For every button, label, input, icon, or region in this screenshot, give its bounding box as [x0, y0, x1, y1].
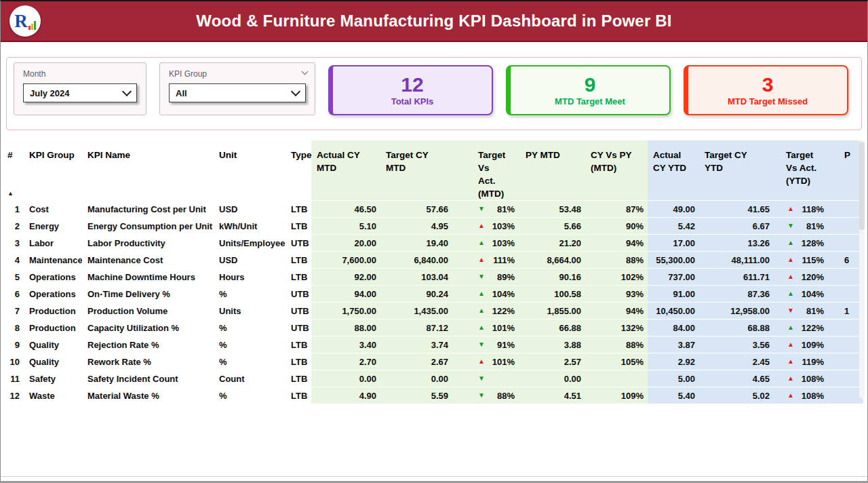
cell-actual_mtd: 46.50 [311, 201, 380, 218]
cell-ytd-pct: 128% [798, 238, 824, 248]
cell-n: 4 [6, 252, 24, 269]
table-header-row: #▲KPI GroupKPI NameUnitTypeActual CY MTD… [6, 140, 863, 201]
cell-name: Maintenance Cost [82, 252, 214, 269]
cell-cy_vs_py: 132% [585, 320, 648, 336]
cell-mtd-pct: 103% [489, 238, 515, 248]
trend-up-icon: ▲ [787, 206, 798, 212]
cell-target_ytd: 12,958.00 [699, 303, 774, 320]
column-header-label: Actual CY YTD [653, 150, 686, 173]
column-header-cy_vs_py[interactable]: CY Vs PY (MTD) [585, 140, 648, 201]
cell-target_ytd: 87.36 [699, 286, 774, 303]
trend-down-icon: ▼ [478, 341, 489, 348]
table-row: 10QualityRework Rate %%LTB2.702.67▲101%2… [6, 353, 863, 370]
cell-mtd-indicator: ▲103% [452, 235, 520, 252]
cell-mtd-pct: 104% [489, 289, 515, 299]
cell-group: Production [24, 303, 82, 320]
cell-ytd-pct: 120% [798, 272, 824, 282]
cell-name: On-Time Delivery % [82, 286, 214, 303]
cell-target_ytd: 48,111.00 [699, 252, 774, 269]
cell-cy_vs_py: 105% [585, 353, 648, 370]
table-row: 4MaintenanceMaintenance CostUSDLTB7,600.… [6, 252, 863, 269]
cell-type: LTB [285, 269, 311, 286]
month-slicer: Month July 2024 [14, 62, 146, 115]
cell-actual_ytd: 5.00 [648, 370, 699, 387]
cell-ytd-pct: 81% [798, 221, 824, 231]
cell-py_mtd: 100.58 [520, 286, 585, 303]
column-header-ytd[interactable]: Target Vs Act. (YTD) [774, 140, 839, 201]
cell-unit: % [214, 286, 285, 303]
cell-mtd-pct: 91% [489, 340, 515, 350]
column-header-label: CY Vs PY (MTD) [591, 150, 632, 173]
cell-target_ytd: 6.67 [699, 218, 774, 235]
cell-mtd-indicator: ▼ [452, 370, 520, 387]
cell-ytd-indicator: ▲115% [774, 252, 839, 269]
table-row: 7ProductionProduction VolumeUnitsUTB1,75… [6, 303, 863, 320]
cell-mtd-pct: 81% [489, 204, 515, 214]
cell-n: 6 [6, 286, 24, 303]
cell-cy_vs_py: 94% [585, 235, 648, 252]
column-header-target_mtd[interactable]: Target CY MTD [380, 140, 452, 201]
cell-actual_ytd: 737.00 [648, 269, 699, 286]
cell-mtd-pct: 101% [489, 323, 515, 333]
cell-target_mtd: 2.67 [380, 353, 452, 370]
cell-actual_ytd: 84.00 [648, 320, 699, 336]
cell-ytd-pct: 119% [798, 357, 824, 367]
cell-unit: % [214, 336, 285, 353]
cell-py_mtd: 0.00 [520, 370, 585, 387]
month-dropdown[interactable]: July 2024 [23, 83, 137, 102]
cell-mtd-indicator: ▼81% [452, 201, 520, 218]
cell-ytd-pct: 104% [798, 289, 824, 299]
column-header-target_ytd[interactable]: Target CY YTD [699, 140, 774, 201]
cell-actual_ytd: 10,450.00 [648, 303, 699, 320]
table-scrollbar-thumb[interactable] [859, 142, 865, 230]
sort-ascending-icon: ▲ [7, 190, 14, 197]
column-header-n[interactable]: #▲ [6, 140, 24, 201]
cell-ytd-indicator: ▲108% [774, 387, 839, 404]
table-row: 2EnergyEnergy Consumption per UnitkWh/Un… [6, 218, 863, 235]
cell-mtd-indicator: ▲122% [452, 303, 520, 320]
column-header-name[interactable]: KPI Name [82, 140, 214, 201]
cell-target_mtd: 6,840.00 [380, 252, 452, 269]
cell-group: Quality [24, 336, 82, 353]
cell-ytd-pct: 122% [798, 323, 824, 333]
cell-cy_vs_py: 88% [585, 252, 648, 269]
cell-unit: Count [214, 370, 285, 387]
cell-actual_mtd: 88.00 [311, 320, 380, 336]
cell-ytd-pct: 81% [798, 306, 824, 316]
cell-target_ytd: 68.88 [699, 320, 774, 336]
cell-target_ytd: 13.26 [699, 235, 774, 252]
column-header-label: Unit [219, 150, 237, 160]
cell-py_mtd: 2.57 [520, 353, 585, 370]
cell-py_mtd: 3.88 [520, 336, 585, 353]
table-scrollbar[interactable] [859, 140, 865, 398]
cell-target_ytd: 41.65 [699, 201, 774, 218]
cell-unit: Units/Employee [214, 235, 285, 252]
cell-type: LTB [285, 353, 311, 370]
cell-type: UTB [285, 303, 311, 320]
cell-ytd-indicator: ▲128% [774, 235, 839, 252]
column-header-actual_ytd[interactable]: Actual CY YTD [648, 140, 699, 201]
trend-down-icon: ▼ [787, 307, 798, 314]
cell-actual_mtd: 94.00 [311, 286, 380, 303]
column-header-mtd[interactable]: Target Vs Act. (MTD) [452, 140, 520, 201]
kpi-group-dropdown[interactable]: All [169, 83, 306, 102]
column-header-type[interactable]: Type [285, 140, 311, 201]
cell-group: Quality [24, 353, 82, 370]
column-header-unit[interactable]: Unit [214, 140, 285, 201]
column-header-group[interactable]: KPI Group [24, 140, 82, 201]
column-header-py_mtd[interactable]: PY MTD [520, 140, 585, 201]
cell-ytd-indicator: ▲104% [774, 286, 839, 303]
cell-mtd-pct: 89% [489, 272, 515, 282]
table-row: 11SafetySafety Incident CountCountLTB0.0… [6, 370, 863, 387]
cell-mtd-indicator: ▼91% [452, 336, 520, 353]
cell-mtd-indicator: ▲104% [452, 286, 520, 303]
logo-chart-icon [28, 20, 36, 30]
column-header-actual_mtd[interactable]: Actual CY MTD [311, 140, 380, 201]
cell-cy_vs_py: 102% [585, 269, 648, 286]
cell-name: Labor Productivity [82, 235, 214, 252]
month-dropdown-value: July 2024 [30, 88, 70, 98]
trend-up-icon: ▲ [787, 256, 798, 263]
total-kpis-value: 12 [401, 74, 423, 96]
column-header-label: Target Vs Act. (MTD) [478, 150, 505, 199]
trend-down-icon: ▼ [478, 206, 489, 212]
